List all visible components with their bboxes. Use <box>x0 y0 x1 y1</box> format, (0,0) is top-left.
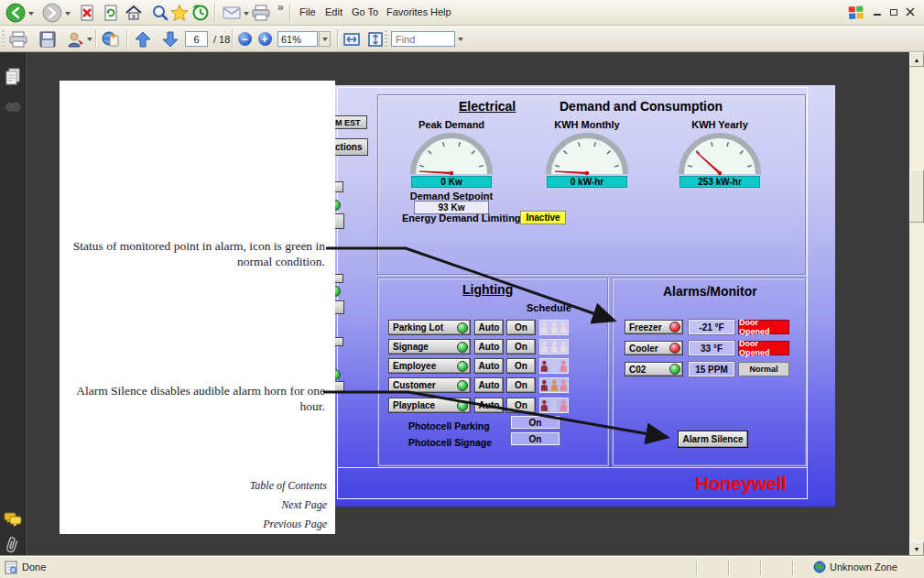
link-table-of-contents[interactable]: Table of Contents <box>250 479 327 493</box>
toolbar-overflow-icon[interactable]: » <box>277 1 284 14</box>
lighting-state-button[interactable]: On <box>506 339 536 354</box>
partial-button <box>335 213 344 229</box>
find-input[interactable] <box>391 31 455 47</box>
lighting-zone-button[interactable]: Customer <box>388 377 471 393</box>
schedule-occupancy-icon[interactable] <box>539 358 569 374</box>
schedule-occupancy-icon[interactable] <box>539 377 569 393</box>
history-icon[interactable] <box>190 3 211 23</box>
minimize-button[interactable] <box>870 5 884 19</box>
toolbar-grip[interactable] <box>2 30 5 48</box>
lighting-mode-button[interactable]: Auto <box>474 339 504 354</box>
lighting-zone-button[interactable]: Playplace <box>388 398 471 413</box>
toolbar-grip[interactable] <box>385 30 387 48</box>
status-separator <box>760 561 761 575</box>
page-number-input[interactable] <box>185 31 208 47</box>
attachments-panel-icon[interactable] <box>4 536 22 554</box>
alarm-led <box>669 364 680 375</box>
pdf-page: Status of monitored point in alarm, icon… <box>60 81 335 534</box>
annotation-text-1: Status of monitored point in alarm, icon… <box>67 238 325 269</box>
mail-dropdown-icon[interactable] <box>244 12 249 16</box>
vertical-scrollbar[interactable]: ▲ ▼ <box>909 52 924 556</box>
gauge-value: 253 kW-hr <box>679 176 760 188</box>
menu-edit[interactable]: Edit <box>325 6 342 17</box>
comments-panel-icon[interactable] <box>4 510 22 529</box>
alarm-status-badge: Door Opened <box>738 320 789 334</box>
pdf-email-icon[interactable] <box>101 29 121 49</box>
electrical-title: Electrical <box>459 99 516 114</box>
page-down-icon[interactable] <box>160 29 180 49</box>
fit-page-icon[interactable] <box>365 29 386 49</box>
security-zone-label: Unknown Zone <box>830 562 897 573</box>
zoom-dropdown-icon[interactable] <box>319 31 331 47</box>
find-dropdown-icon[interactable] <box>458 38 463 41</box>
stop-icon[interactable] <box>77 3 97 23</box>
restore-button[interactable] <box>886 5 900 19</box>
honeywell-logo: Honeywell <box>695 473 786 495</box>
scroll-up-icon[interactable]: ▲ <box>909 52 924 67</box>
zoom-level-box[interactable]: 61% <box>277 31 318 47</box>
pdf-sign-dropdown-icon[interactable] <box>87 38 92 41</box>
gauge-value: 0 kW-hr <box>547 176 627 188</box>
forward-button[interactable] <box>42 3 62 23</box>
scroll-down-icon[interactable]: ▼ <box>909 541 924 556</box>
back-dropdown-icon[interactable] <box>28 12 34 16</box>
lighting-state-button[interactable]: On <box>506 320 536 335</box>
pdf-sign-icon[interactable] <box>66 29 86 49</box>
menu-file[interactable]: File <box>299 6 316 17</box>
schedule-occupancy-icon[interactable] <box>539 339 569 354</box>
document-status-icon <box>5 561 17 578</box>
fit-width-icon[interactable] <box>342 29 362 49</box>
partial-directions-button[interactable]: ctions <box>335 138 368 156</box>
hmi-screenshot: M EST ctions Electrical Demand and Consu… <box>335 85 835 507</box>
alarm-value-box: 33 °F <box>689 341 734 355</box>
zoom-in-icon[interactable]: + <box>255 29 275 49</box>
menu-goto[interactable]: Go To <box>352 6 378 17</box>
schedule-occupancy-icon[interactable] <box>539 398 569 413</box>
alarm-point-button[interactable]: Cooler <box>625 341 683 355</box>
status-separator <box>728 561 729 575</box>
back-button[interactable] <box>5 3 26 23</box>
alarm-silence-button[interactable]: Alarm Silence <box>678 431 748 448</box>
schedule-header: Schedule <box>527 302 571 313</box>
electrical-panel: Electrical Demand and Consumption Peak D… <box>377 94 806 275</box>
partial-time-button: M EST <box>335 115 367 129</box>
gauge-label: Peak Demand <box>397 119 506 130</box>
forward-dropdown-icon[interactable] <box>65 12 71 16</box>
lighting-mode-button[interactable]: Auto <box>474 398 504 413</box>
photocell-parking-label: Photocell Parking <box>408 420 490 431</box>
alarm-point-button[interactable]: Freezer <box>625 320 683 334</box>
home-icon[interactable] <box>124 3 144 23</box>
pdf-print-icon[interactable] <box>8 29 28 49</box>
search-icon[interactable] <box>150 3 170 23</box>
lighting-title: Lighting <box>462 282 513 297</box>
page-up-icon[interactable] <box>133 29 153 49</box>
close-button[interactable] <box>903 5 917 19</box>
menu-favorites[interactable]: Favorites <box>386 6 428 17</box>
lighting-zone-button[interactable]: Signage <box>388 339 471 354</box>
lighting-zone-button[interactable]: Employee <box>388 358 471 374</box>
lighting-state-button[interactable]: On <box>506 377 536 393</box>
print-icon[interactable] <box>251 3 271 23</box>
mail-icon[interactable] <box>222 3 242 23</box>
lighting-mode-button[interactable]: Auto <box>474 377 504 393</box>
lighting-zone-button[interactable]: Parking Lot <box>388 320 471 335</box>
lighting-state-button[interactable]: On <box>506 358 536 374</box>
edl-label: Energy Demand Limiting: <box>402 213 524 224</box>
scrollbar-thumb[interactable] <box>909 169 924 223</box>
link-previous-page[interactable]: Previous Page <box>263 518 327 531</box>
lighting-mode-button[interactable]: Auto <box>474 320 504 335</box>
zoom-out-icon[interactable]: − <box>234 29 255 49</box>
menu-help[interactable]: Help <box>430 6 451 17</box>
alarm-point-button[interactable]: C02 <box>625 362 683 376</box>
ie-toolbar: » File Edit Go To Favorites Help <box>0 0 924 26</box>
pages-panel-icon[interactable] <box>4 68 22 86</box>
layers-panel-icon[interactable] <box>4 98 22 116</box>
schedule-occupancy-icon[interactable] <box>539 320 569 335</box>
pdf-save-icon[interactable] <box>38 29 58 49</box>
refresh-icon[interactable] <box>101 3 121 23</box>
lighting-mode-button[interactable]: Auto <box>474 358 504 374</box>
link-next-page[interactable]: Next Page <box>281 498 327 512</box>
favorites-star-icon[interactable] <box>169 3 190 23</box>
gauge-label: KWH Yearly <box>665 119 775 130</box>
lighting-state-button[interactable]: On <box>506 398 536 413</box>
